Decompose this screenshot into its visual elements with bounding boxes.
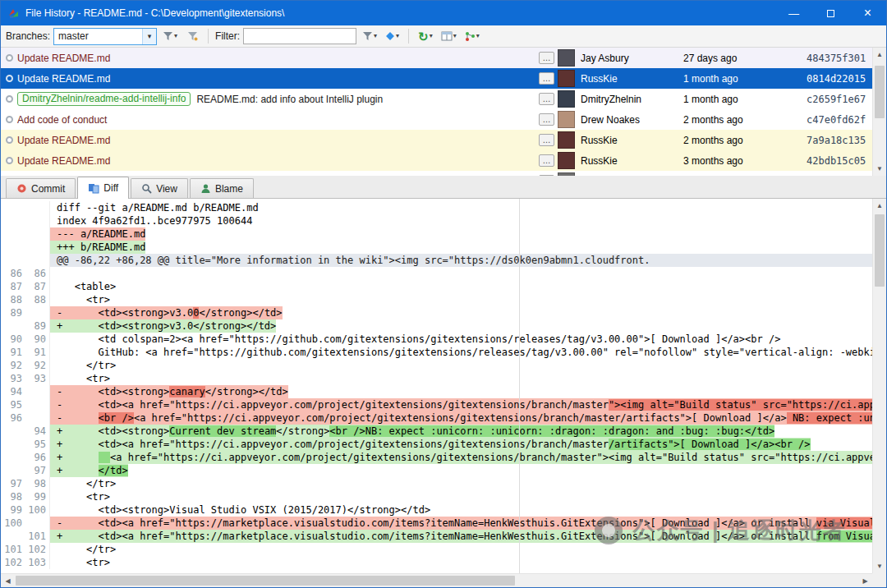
scroll-up-arrow[interactable]: ▲ xyxy=(873,48,886,62)
tab-commit[interactable]: Commit xyxy=(6,178,76,198)
chevron-down-icon: ▾ xyxy=(430,33,433,39)
filter-input[interactable] xyxy=(243,28,356,44)
commit-row[interactable]: Update README.md…RussKie2 months ago7a9a… xyxy=(1,130,872,150)
commit-row[interactable]: Update README.md…RussKie1 month ago0814d… xyxy=(1,68,872,89)
diff-text-segment: <tr> xyxy=(57,491,110,503)
advanced-filter-button[interactable]: ▾ xyxy=(383,27,402,45)
diff-line: +++ b/README.md xyxy=(1,241,872,254)
commit-date: 1 month ago xyxy=(683,94,807,105)
line-number-new: 97 xyxy=(25,464,50,477)
minimize-icon: — xyxy=(788,7,799,20)
diff-text-segment: + <td><strong>v3.0</strong></td> xyxy=(57,320,276,332)
close-button[interactable]: × xyxy=(849,1,886,25)
diff-horizontal-scrollbar[interactable]: ◀ ▶ xyxy=(1,573,886,587)
revision-filter-button[interactable] xyxy=(183,27,201,45)
commit-row[interactable]: … xyxy=(1,171,872,176)
line-number-new: 96 xyxy=(25,451,50,464)
commit-more-button[interactable]: … xyxy=(539,175,554,176)
tab-view[interactable]: View xyxy=(131,178,188,198)
diff-line-text: diff --git a/README.md b/README.md xyxy=(50,201,259,214)
scrollbar-thumb[interactable] xyxy=(875,214,885,287)
diff-text-segment: + xyxy=(57,465,99,476)
commit-more-button[interactable]: … xyxy=(539,134,554,146)
diff-line-text: + </td> xyxy=(50,464,128,477)
diff-text-segment: <tr> xyxy=(57,294,110,305)
commit-graph-cell xyxy=(1,116,17,123)
tab-diff[interactable]: Diff xyxy=(77,177,129,199)
diff-text-segment: --- a/README.md xyxy=(57,228,145,240)
funnel-icon xyxy=(362,31,373,41)
branch-selector[interactable]: master ▾ xyxy=(53,28,157,45)
commit-list-scrollbar[interactable]: ▲ ▼ xyxy=(872,48,886,176)
scroll-down-arrow[interactable]: ▼ xyxy=(873,162,886,176)
line-number-old: 102 xyxy=(1,556,25,569)
commit-row[interactable]: Update README.md…Jay Asbury27 days ago48… xyxy=(1,48,872,68)
diff-line-text: </tr> xyxy=(50,359,116,372)
diff-line: 102103 <tr> xyxy=(1,556,872,569)
tab-label: Blame xyxy=(215,183,243,195)
diff-word-highlight: /artifacts">[ Download ]</a><br /> xyxy=(609,439,811,450)
commit-message: Update README.md xyxy=(17,73,110,85)
diff-line-text: <tr> xyxy=(50,490,110,503)
diff-text-segment: </tr> xyxy=(57,544,116,555)
branch-filter-button[interactable]: ▾ xyxy=(160,27,180,45)
avatar xyxy=(558,49,575,67)
tab-blame[interactable]: Blame xyxy=(190,178,254,198)
line-number-old: 94 xyxy=(1,385,25,398)
line-number-old: 95 xyxy=(1,398,25,411)
scroll-up-arrow[interactable]: ▲ xyxy=(873,199,886,213)
line-number-old xyxy=(1,438,25,451)
commit-message-cell: Update README.md xyxy=(17,155,539,167)
commit-row[interactable]: Add code of conduct…Drew Noakes2 months … xyxy=(1,109,872,130)
diff-line-text: + <a href="https://ci.appveyor.com/proje… xyxy=(50,451,872,464)
diff-line: 89+ <td><strong>v3.0</strong></td> xyxy=(1,319,872,333)
commit-date: 2 months ago xyxy=(683,135,807,146)
diff-text-segment: </strong></td> xyxy=(199,307,282,319)
line-number-new: 101 xyxy=(25,530,50,543)
diff-text-segment: <tr> xyxy=(57,557,110,568)
commit-more-button[interactable]: … xyxy=(539,154,554,167)
filter-options-button[interactable]: ▾ xyxy=(360,27,379,45)
commit-row[interactable]: DmitryZhelnin/readme-add-intellij-infoRE… xyxy=(1,89,872,109)
commit-node-icon xyxy=(6,75,13,82)
branch-dropdown-button[interactable]: ▾ xyxy=(142,29,156,44)
commit-more-button[interactable]: … xyxy=(539,113,554,126)
branch-label[interactable]: DmitryZhelnin/readme-add-intellij-info xyxy=(17,92,191,106)
commit-more-button[interactable]: … xyxy=(539,72,554,85)
commit-more-button[interactable]: … xyxy=(539,93,554,105)
graph-options-button[interactable]: ▾ xyxy=(462,27,482,45)
maximize-icon xyxy=(827,10,834,17)
diff-line: 9798 </tr> xyxy=(1,477,872,490)
diff-text-segment: diff --git a/README.md b/README.md xyxy=(57,202,259,214)
line-number-new xyxy=(25,411,50,425)
scroll-right-icon: ▶ xyxy=(862,577,867,585)
line-number-new: 94 xyxy=(25,425,50,438)
scroll-right-arrow[interactable]: ▶ xyxy=(858,574,872,588)
scroll-left-icon: ◀ xyxy=(5,577,10,585)
diff-line-text: <td><strong>Visual Studio VSIX (2015/201… xyxy=(50,503,430,517)
diff-word-highlight: "><img alt="Build status" src="https://c… xyxy=(609,399,872,411)
commit-more-button[interactable]: … xyxy=(539,52,554,64)
toolbar-separator xyxy=(208,29,209,44)
layout-button[interactable]: ▾ xyxy=(439,27,459,45)
commit-row[interactable]: Update README.md…RussKie3 months ago42bd… xyxy=(1,150,872,171)
scroll-left-arrow[interactable]: ◀ xyxy=(1,574,15,588)
refresh-button[interactable]: ↻ ▾ xyxy=(416,27,435,45)
diff-vertical-scrollbar[interactable]: ▲ ▼ xyxy=(872,199,886,573)
scrollbar-thumb[interactable] xyxy=(875,66,885,118)
diff-line-text: </tr> xyxy=(50,477,116,490)
commit-message: Add code of conduct xyxy=(17,114,107,126)
diff-text-segment: <a href="https://ci.appveyor.com/project… xyxy=(134,412,787,424)
diff-text-segment: <td><strong>Visual Studio VSIX (2015/201… xyxy=(57,504,430,516)
commit-node-icon xyxy=(6,54,13,62)
diff-line: 95+ <td><a href="https://ci.appveyor.com… xyxy=(1,438,872,451)
minimize-button[interactable]: — xyxy=(775,1,812,25)
chevron-down-icon: ▾ xyxy=(476,33,480,39)
diff-word-highlight xyxy=(99,452,110,463)
line-number-new: 93 xyxy=(25,372,50,385)
maximize-button[interactable] xyxy=(812,1,849,25)
line-number-old: 98 xyxy=(1,490,25,503)
commit-date: 3 months ago xyxy=(683,155,807,167)
scrollbar-thumb[interactable] xyxy=(16,576,515,586)
scroll-down-arrow[interactable]: ▼ xyxy=(873,559,886,573)
